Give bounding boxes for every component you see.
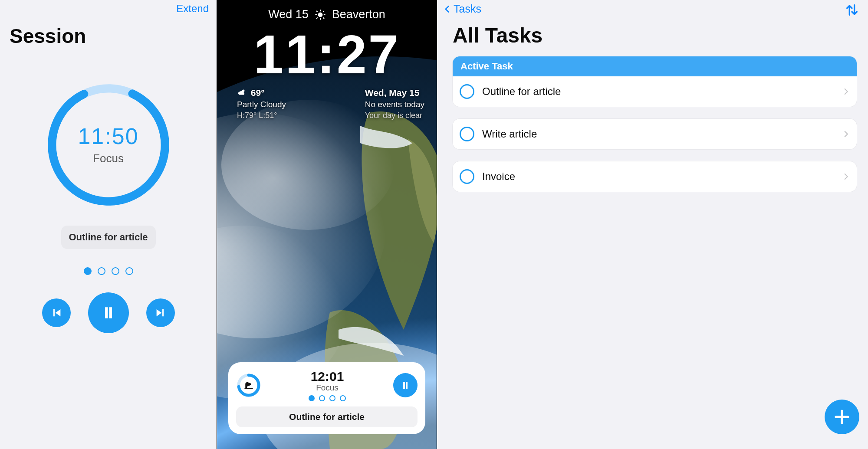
chevron-right-icon [842, 171, 850, 182]
widget-time: 12:01 [261, 369, 393, 384]
chevron-left-icon [443, 3, 452, 15]
widget-ring-icon [236, 373, 261, 398]
timer-ring: 11:50 Focus [44, 81, 173, 209]
checkbox-icon[interactable] [460, 84, 474, 99]
calendar-widget[interactable]: Wed, May 15 No events today Your day is … [365, 87, 424, 121]
page-title: Session [10, 24, 86, 48]
chevron-right-icon [842, 86, 850, 97]
back-button[interactable]: Tasks [443, 3, 481, 15]
task-row[interactable]: Write article [453, 119, 857, 149]
extend-button[interactable]: Extend [176, 3, 209, 15]
dot-icon [125, 267, 133, 275]
chevron-right-icon [842, 129, 850, 139]
task-group: Invoice [453, 161, 857, 192]
weather-hilo: H:79° L:51° [237, 110, 286, 121]
lockscreen-clock: 11:27 [217, 23, 437, 85]
plus-icon [833, 408, 851, 426]
widget-task: Outline for article [236, 406, 418, 427]
sort-arrows-icon [845, 3, 859, 17]
lock-screen: Wed 15 Beaverton 11:27 69° Partly Cloudy [217, 0, 437, 449]
weather-temp: 69° [251, 88, 265, 98]
checkbox-icon[interactable] [460, 169, 474, 184]
pause-button[interactable] [88, 292, 129, 333]
pause-icon [100, 305, 117, 321]
dot-icon [329, 395, 335, 401]
previous-button[interactable] [42, 298, 71, 327]
checkbox-icon[interactable] [460, 127, 474, 141]
skip-back-icon [50, 307, 62, 319]
sun-icon [315, 9, 326, 20]
task-row[interactable]: Outline for article [453, 76, 857, 107]
lockscreen-dateline: Wed 15 Beaverton [217, 8, 437, 21]
session-screen: Extend Session 11:50 Focus Outline for a… [0, 0, 217, 449]
sort-button[interactable] [845, 3, 859, 17]
next-button[interactable] [146, 298, 175, 327]
calendar-line2: Your day is clear [365, 110, 424, 121]
dot-icon [112, 267, 119, 275]
task-name: Outline for article [482, 85, 834, 98]
pause-icon [400, 380, 411, 390]
calendar-date: Wed, May 15 [365, 87, 424, 99]
task-row[interactable]: Invoice [453, 161, 857, 192]
add-task-button[interactable] [825, 400, 859, 434]
current-task-pill[interactable]: Outline for article [61, 226, 155, 249]
task-group-active: Active Task Outline for article [453, 56, 857, 107]
widget-pause-button[interactable] [393, 373, 418, 397]
weather-conditions: Partly Cloudy [237, 99, 286, 110]
dot-icon [98, 267, 105, 275]
timer-mode: Focus [44, 152, 173, 165]
page-title: All Tasks [453, 23, 542, 47]
task-name: Invoice [482, 170, 834, 183]
dot-icon [319, 395, 325, 401]
svg-point-9 [318, 13, 322, 16]
back-label: Tasks [454, 3, 481, 15]
timer-value: 11:50 [44, 123, 173, 149]
dot-icon [309, 395, 315, 401]
dot-icon [340, 395, 346, 401]
svg-rect-13 [244, 388, 253, 389]
skip-forward-icon [155, 307, 167, 319]
playback-controls [42, 292, 175, 333]
dot-icon [84, 267, 92, 275]
widget-dots [261, 395, 393, 401]
tasks-screen: Tasks All Tasks Active Task Outline for … [437, 0, 868, 449]
cloud-sun-icon [237, 88, 247, 97]
lockscreen-location: Beaverton [332, 8, 385, 21]
lockscreen-date: Wed 15 [268, 8, 309, 21]
group-header: Active Task [453, 56, 857, 76]
task-group: Write article [453, 119, 857, 149]
live-activity-widget[interactable]: 12:01 Focus Outline for article [228, 362, 425, 434]
session-progress-dots [84, 267, 133, 275]
widget-mode: Focus [261, 383, 393, 393]
task-list: Active Task Outline for article Write ar… [453, 56, 857, 204]
weather-widget[interactable]: 69° Partly Cloudy H:79° L:51° [237, 87, 286, 121]
calendar-line1: No events today [365, 99, 424, 110]
task-name: Write article [482, 128, 834, 140]
